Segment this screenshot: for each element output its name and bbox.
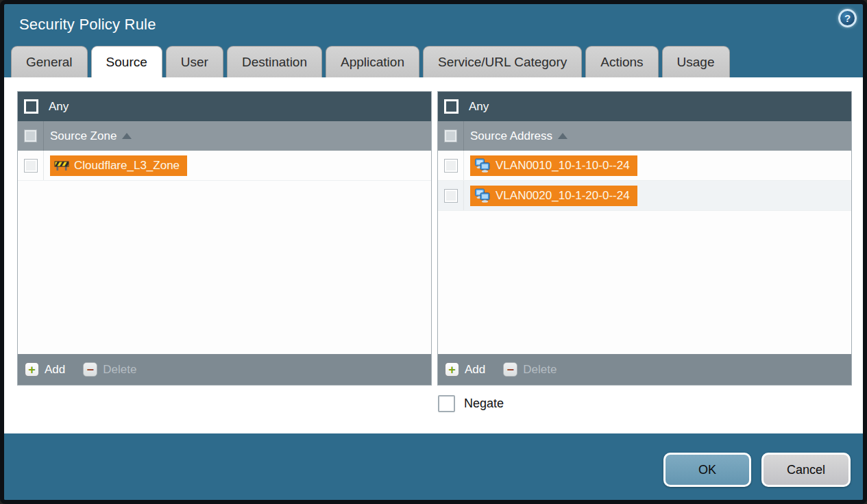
dialog-button-bar: OK Cancel <box>4 433 863 500</box>
negate-label: Negate <box>464 396 504 411</box>
tab-actions[interactable]: Actions <box>585 46 658 77</box>
source-zone-footer: + Add − Delete <box>18 354 431 385</box>
zone-icon <box>54 160 69 171</box>
tab-application[interactable]: Application <box>326 46 419 77</box>
panels-container: Any Source Zone Cloudflare_L3_Zone + Ad <box>17 91 852 386</box>
select-all-checkbox[interactable] <box>24 129 37 142</box>
row-checkbox[interactable] <box>24 159 38 173</box>
add-label: Add <box>45 363 65 377</box>
tab-bar: GeneralSourceUserDestinationApplicationS… <box>4 45 863 77</box>
source-address-column-header: Source Address <box>438 121 851 151</box>
any-checkbox[interactable] <box>24 99 38 114</box>
delete-button[interactable]: − Delete <box>83 362 136 377</box>
any-label: Any <box>469 100 489 114</box>
select-all-checkbox[interactable] <box>444 129 457 142</box>
source-address-footer: + Add − Delete <box>438 354 851 385</box>
source-address-list: VLAN0010_10-1-10-0--24VLAN0020_10-1-20-0… <box>438 151 851 354</box>
tab-source[interactable]: Source <box>91 46 162 77</box>
source-address-any-header: Any <box>438 92 851 121</box>
sort-ascending-icon <box>558 133 567 139</box>
address-group-icon <box>474 188 491 203</box>
negate-row: Negate <box>438 395 852 412</box>
tab-content: Any Source Zone Cloudflare_L3_Zone + Ad <box>4 77 863 433</box>
table-row: VLAN0010_10-1-10-0--24 <box>438 151 851 181</box>
selected-object-chip[interactable]: VLAN0010_10-1-10-0--24 <box>470 155 637 176</box>
tab-usage[interactable]: Usage <box>662 46 730 77</box>
tab-service-url-category[interactable]: Service/URL Category <box>423 46 582 77</box>
delete-button[interactable]: − Delete <box>503 362 557 377</box>
delete-label: Delete <box>103 363 136 377</box>
ok-button[interactable]: OK <box>663 453 751 487</box>
security-policy-rule-dialog: Security Policy Rule ? GeneralSourceUser… <box>0 0 867 504</box>
source-zone-list: Cloudflare_L3_Zone <box>18 151 431 354</box>
source-zone-any-header: Any <box>18 92 431 121</box>
tab-general[interactable]: General <box>11 46 88 77</box>
add-label: Add <box>465 363 485 377</box>
row-checkbox[interactable] <box>444 159 458 173</box>
delete-icon: − <box>83 362 97 377</box>
table-row: Cloudflare_L3_Zone <box>18 151 431 181</box>
add-icon: + <box>25 362 39 377</box>
cancel-button[interactable]: Cancel <box>761 453 851 487</box>
any-checkbox[interactable] <box>444 99 459 114</box>
delete-icon: − <box>503 362 517 377</box>
row-checkbox[interactable] <box>444 189 458 203</box>
object-label: VLAN0010_10-1-10-0--24 <box>496 159 630 173</box>
object-label: Cloudflare_L3_Zone <box>74 159 180 173</box>
tab-destination[interactable]: Destination <box>227 46 322 77</box>
dialog-titlebar: Security Policy Rule ? <box>4 4 863 45</box>
selected-object-chip[interactable]: Cloudflare_L3_Zone <box>50 155 187 176</box>
column-sort-control[interactable]: Source Zone <box>44 121 132 151</box>
source-zone-panel: Any Source Zone Cloudflare_L3_Zone + Ad <box>17 91 432 386</box>
add-button[interactable]: + Add <box>25 362 65 377</box>
table-row: VLAN0020_10-1-20-0--24 <box>438 181 851 211</box>
help-icon[interactable]: ? <box>838 9 857 27</box>
column-header-label: Source Address <box>470 129 552 143</box>
negate-checkbox[interactable] <box>438 395 455 412</box>
source-address-panel: Any Source Address VLAN0010_10-1-10-0--2… <box>437 91 852 386</box>
any-label: Any <box>49 100 69 114</box>
tab-user[interactable]: User <box>166 46 223 77</box>
dialog-title: Security Policy Rule <box>19 16 156 34</box>
column-sort-control[interactable]: Source Address <box>464 121 567 151</box>
sort-ascending-icon <box>122 133 132 139</box>
add-button[interactable]: + Add <box>445 362 485 377</box>
object-label: VLAN0020_10-1-20-0--24 <box>496 189 630 203</box>
delete-label: Delete <box>523 363 557 377</box>
selected-object-chip[interactable]: VLAN0020_10-1-20-0--24 <box>470 186 637 206</box>
address-group-icon <box>474 158 491 173</box>
add-icon: + <box>445 362 459 377</box>
source-zone-column-header: Source Zone <box>18 121 431 151</box>
column-header-label: Source Zone <box>50 129 117 143</box>
